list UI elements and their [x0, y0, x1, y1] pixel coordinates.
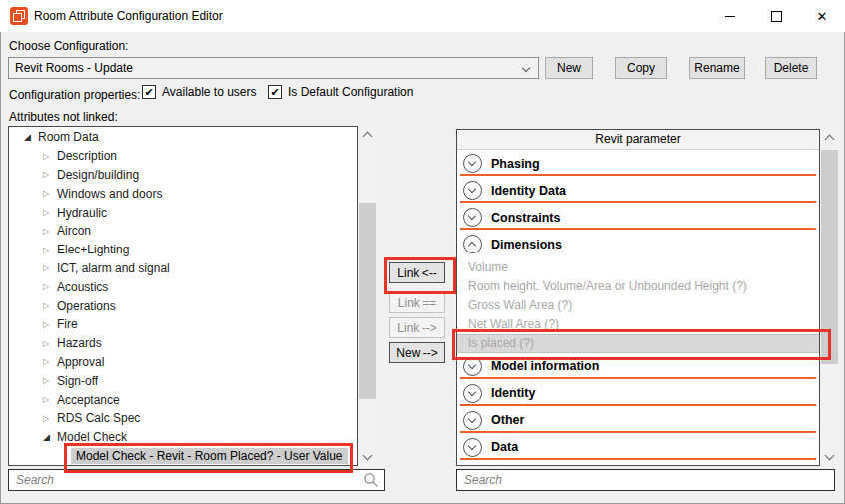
- tree-item-aircon[interactable]: ▷Aircon: [9, 222, 357, 241]
- chevron-down-circle-icon[interactable]: [463, 154, 482, 173]
- is-default-configuration-label: Is Default Configuration: [288, 85, 413, 99]
- tree-collapsed-icon[interactable]: ▷: [43, 376, 57, 385]
- param-item-is-placed[interactable]: Is placed (?): [457, 334, 819, 353]
- available-to-users-checkbox-group: ✔ Available to users: [142, 85, 257, 99]
- tree-item-label: Design/building: [57, 168, 139, 182]
- tree-collapsed-icon[interactable]: ▷: [43, 227, 57, 236]
- window-title: Room Attribute Configuration Editor: [34, 9, 223, 23]
- tree-item-approval[interactable]: ▷Approval: [9, 353, 357, 372]
- tree-item-label: Aircon: [57, 224, 91, 238]
- tree-collapsed-icon[interactable]: ▷: [43, 395, 57, 404]
- revit-parameter-column-header[interactable]: Revit parameter: [457, 130, 819, 150]
- param-item-gross-wall-area[interactable]: Gross Wall Area (?): [457, 295, 819, 314]
- new-button[interactable]: New: [545, 57, 593, 79]
- tree-item-label: Acceptance: [57, 393, 120, 407]
- tree-item-acoustics[interactable]: ▷Acoustics: [9, 277, 357, 296]
- tree-item-label: Elec+Lighting: [57, 243, 129, 256]
- section-data[interactable]: Data: [457, 434, 819, 461]
- attribute-search-input[interactable]: [9, 473, 363, 487]
- chevron-down-circle-icon[interactable]: [463, 438, 482, 457]
- tree-collapsed-icon[interactable]: ▷: [43, 189, 57, 198]
- parameter-scrollbar[interactable]: [821, 129, 838, 466]
- tree-item-room-data[interactable]: ◢Room Data: [9, 128, 357, 147]
- parameter-scrollbar-thumb[interactable]: [821, 150, 838, 364]
- chevron-up-circle-icon[interactable]: [463, 235, 482, 253]
- delete-button[interactable]: Delete: [765, 57, 817, 79]
- link-right-button: Link -->: [389, 317, 445, 338]
- scroll-down-icon[interactable]: [825, 451, 835, 461]
- chevron-down-circle-icon[interactable]: [463, 411, 482, 430]
- tree-item-model-check[interactable]: ◢Model Check: [9, 428, 357, 447]
- parameter-search-box: [456, 469, 835, 491]
- tree-item-description[interactable]: ▷Description: [9, 147, 357, 166]
- tree-collapsed-icon[interactable]: ▷: [43, 414, 57, 423]
- minimize-button[interactable]: [707, 0, 753, 32]
- section-phasing[interactable]: Phasing: [457, 150, 819, 177]
- tree-collapsed-icon[interactable]: ▷: [43, 301, 57, 310]
- close-button[interactable]: ✕: [799, 0, 845, 32]
- tree-item-rds-calc-spec[interactable]: ▷RDS Calc Spec: [9, 409, 357, 428]
- configuration-selected-value: Revit Rooms - Update: [15, 61, 133, 75]
- tree-collapsed-icon[interactable]: ▷: [43, 246, 57, 254]
- is-default-configuration-checkbox-group: ✔ Is Default Configuration: [268, 85, 413, 99]
- section-model-information[interactable]: Model information: [457, 353, 819, 380]
- tree-expanded-icon[interactable]: ◢: [43, 432, 57, 442]
- tree-collapsed-icon[interactable]: ▷: [43, 357, 57, 366]
- maximize-button[interactable]: [753, 0, 799, 32]
- tree-item-windows-and-doors[interactable]: ▷Windows and doors: [9, 184, 357, 203]
- section-identity-data[interactable]: Identity Data: [457, 177, 819, 204]
- tree-item-sign-off[interactable]: ▷Sign-off: [9, 371, 357, 390]
- chevron-down-circle-icon[interactable]: [463, 384, 482, 403]
- param-item-volume[interactable]: Volume: [457, 257, 819, 276]
- tree-item-fire[interactable]: ▷Fire: [9, 315, 357, 334]
- attribute-tree: ◢Room Data ▷Description ▷Design/building…: [8, 126, 358, 466]
- attribute-search-box: [8, 469, 385, 491]
- section-dimensions[interactable]: Dimensions: [457, 231, 819, 257]
- tree-collapsed-icon[interactable]: ▷: [43, 339, 57, 348]
- tree-item-operations[interactable]: ▷Operations: [9, 296, 357, 315]
- link-left-button[interactable]: Link <--: [389, 262, 445, 283]
- section-identity[interactable]: Identity: [457, 380, 819, 407]
- tree-item-ict-alarm-signal[interactable]: ▷ICT, alarm and signal: [9, 259, 357, 278]
- chevron-down-circle-icon[interactable]: [463, 181, 482, 200]
- tree-collapsed-icon[interactable]: ▷: [43, 208, 57, 217]
- new-right-button[interactable]: New -->: [389, 342, 445, 363]
- scroll-down-icon[interactable]: [363, 451, 373, 461]
- tree-scrollbar-thumb[interactable]: [359, 203, 376, 399]
- tree-collapsed-icon[interactable]: ▷: [43, 320, 57, 329]
- tree-collapsed-icon[interactable]: ▷: [43, 263, 57, 272]
- copy-button[interactable]: Copy: [615, 57, 667, 79]
- is-default-configuration-checkbox[interactable]: ✔: [268, 85, 282, 99]
- param-item-room-height[interactable]: Room height. Volume/Area or Unbounded He…: [457, 276, 819, 295]
- selected-tree-item-label: Model Check - Revit - Room Placed? - Use…: [71, 448, 348, 464]
- tree-expanded-icon[interactable]: ◢: [24, 132, 38, 142]
- scroll-up-icon[interactable]: [825, 135, 835, 145]
- configuration-dropdown[interactable]: Revit Rooms - Update: [8, 57, 539, 79]
- search-icon: [363, 472, 379, 488]
- tree-item-label: Sign-off: [57, 374, 98, 388]
- chevron-down-icon: [522, 64, 530, 72]
- tree-item-elec-lighting[interactable]: ▷Elec+Lighting: [9, 241, 357, 259]
- tree-item-label: ICT, alarm and signal: [57, 261, 170, 275]
- tree-collapsed-icon[interactable]: ▷: [43, 282, 57, 291]
- rename-button[interactable]: Rename: [689, 57, 745, 79]
- tree-collapsed-icon[interactable]: ▷: [43, 170, 57, 179]
- parameter-search-input[interactable]: [457, 473, 834, 487]
- tree-item-label: Hazards: [57, 336, 102, 350]
- tree-item-design-building[interactable]: ▷Design/building: [9, 166, 357, 185]
- tree-item-hydraulic[interactable]: ▷Hydraulic: [9, 203, 357, 222]
- tree-scrollbar[interactable]: [359, 126, 376, 466]
- tree-item-acceptance[interactable]: ▷Acceptance: [9, 390, 357, 409]
- chevron-down-circle-icon[interactable]: [463, 208, 482, 227]
- tree-item-hazards[interactable]: ▷Hazards: [9, 334, 357, 353]
- chevron-down-circle-icon[interactable]: [463, 357, 482, 376]
- tree-item-model-check-revit-room-placed[interactable]: Model Check - Revit - Room Placed? - Use…: [9, 447, 357, 466]
- section-other[interactable]: Other: [457, 407, 819, 434]
- param-item-net-wall-area[interactable]: Net Wall Area (?): [457, 315, 819, 334]
- available-to-users-checkbox[interactable]: ✔: [142, 85, 156, 99]
- link-equal-button: Link ==: [389, 292, 445, 313]
- tree-collapsed-icon[interactable]: ▷: [43, 152, 57, 161]
- section-constraints[interactable]: Constraints: [457, 204, 819, 231]
- scroll-up-icon[interactable]: [363, 132, 373, 142]
- section-partial-clipped[interactable]: [457, 461, 819, 466]
